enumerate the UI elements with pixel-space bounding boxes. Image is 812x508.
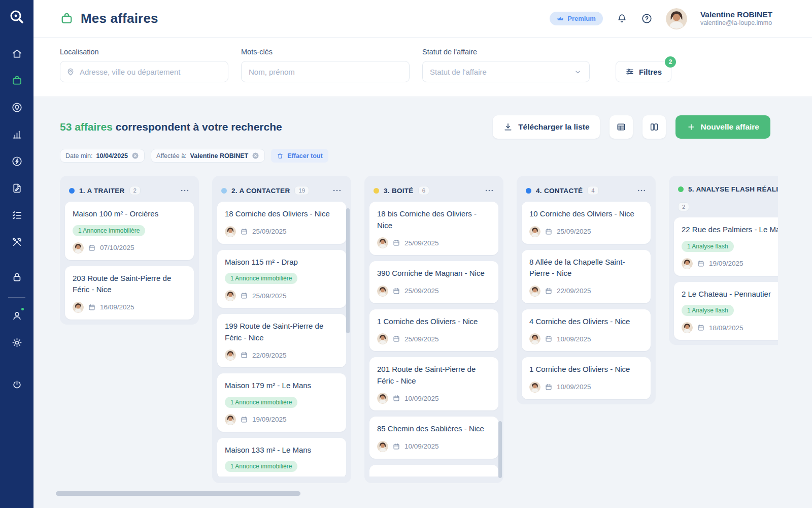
column-status-dot	[374, 188, 379, 194]
keywords-input[interactable]	[241, 61, 410, 82]
assignee-avatar	[682, 258, 693, 269]
deal-card[interactable]: Maison 100 m² - Orcières 1 Annonce immob…	[65, 202, 194, 260]
card-date: 22/09/2025	[252, 352, 287, 359]
column-menu-icon[interactable]	[332, 185, 342, 196]
card-footer: 25/09/2025	[529, 226, 643, 237]
kanban-column: 5. ANALYSE FLASH RÉALIS 2 22 Rue des Pal…	[669, 176, 778, 345]
filters-button[interactable]: Filtres	[616, 61, 671, 82]
card-footer: 25/09/2025	[377, 237, 491, 248]
deal-card[interactable]: 18 Corniche des Oliviers - Nice 25/09/20…	[217, 202, 346, 244]
deal-card[interactable]: 22 Rue des Palmiers - Le Ma 1 Analyse fl…	[674, 217, 778, 276]
calendar-icon	[240, 416, 248, 424]
column-title: 1. A TRAITER	[79, 187, 125, 195]
sidebar-item-documents[interactable]	[6, 177, 27, 199]
card-date: 19/09/2025	[709, 260, 743, 267]
download-list-button[interactable]: Télécharger la liste	[493, 115, 599, 139]
sidebar-item-tools[interactable]	[6, 231, 27, 252]
card-footer: 10/09/2025	[529, 333, 643, 344]
deal-card[interactable]: 18 bis Corniche des Oliviers - Nice 25/0…	[369, 202, 498, 255]
assignee-avatar	[529, 333, 540, 344]
clear-all-filters-button[interactable]: Effacer tout	[271, 149, 328, 163]
sidebar-item-map[interactable]	[6, 97, 27, 118]
card-footer: 19/09/2025	[682, 258, 778, 269]
card-title: 18 Corniche des Oliviers - Nice	[225, 208, 339, 220]
sidebar-item-security[interactable]	[6, 266, 27, 288]
sidebar-item-profile[interactable]	[6, 305, 27, 326]
card-date: 10/09/2025	[557, 335, 591, 343]
deal-card[interactable]: 2 Le Chateau - Pennautier 1 Analyse flas…	[674, 282, 778, 340]
localisation-input[interactable]	[60, 61, 228, 82]
deal-card[interactable]: 85 Chemin des Sablières - Nice 10/09/202…	[369, 417, 498, 459]
deal-card-partial[interactable]	[369, 465, 498, 477]
sidebar-item-activity[interactable]	[6, 150, 27, 172]
close-circle-icon[interactable]	[252, 152, 259, 160]
deal-card[interactable]: 8 Allée de la Chapelle Saint-Pierre - Ni…	[522, 250, 651, 303]
deal-card[interactable]: 390 Corniche de Magnan - Nice 25/09/2025	[369, 261, 498, 303]
help-icon[interactable]	[641, 13, 653, 24]
deal-card[interactable]: 1 Corniche des Oliviers - Nice 25/09/202…	[369, 309, 498, 352]
card-tag: 1 Annonce immobilière	[73, 225, 145, 236]
deal-card[interactable]: 203 Route de Saint-Pierre de Féric - Nic…	[65, 266, 194, 320]
deal-card[interactable]: 199 Route de Saint-Pierre de Féric - Nic…	[217, 314, 346, 367]
card-title: 10 Corniche des Oliviers - Nice	[529, 208, 643, 220]
card-footer: 22/09/2025	[225, 350, 339, 361]
close-circle-icon[interactable]	[131, 152, 139, 160]
card-date: 19/09/2025	[252, 416, 287, 423]
column-scrollbar[interactable]	[346, 208, 350, 333]
card-footer: 19/09/2025	[225, 414, 339, 425]
column-scrollbar[interactable]	[498, 421, 502, 478]
user-avatar[interactable]	[666, 8, 687, 29]
home-icon	[11, 48, 23, 59]
chip-value: Valentine ROBINET	[190, 152, 249, 160]
loupe-logo-icon[interactable]	[8, 8, 25, 25]
checklist-icon	[11, 209, 23, 221]
deal-card[interactable]: Maison 179 m² - Le Mans 1 Annonce immobi…	[217, 373, 346, 432]
calendar-icon	[392, 287, 400, 295]
column-title: 2. A CONTACTER	[231, 187, 290, 195]
sidebar-item-logout[interactable]	[6, 374, 27, 395]
column-menu-icon[interactable]	[180, 185, 190, 196]
sidebar-item-stats[interactable]	[6, 123, 27, 145]
sidebar-item-deals[interactable]	[6, 70, 27, 91]
column-count-badge: 2	[678, 202, 689, 211]
column-menu-icon[interactable]	[484, 185, 494, 196]
deal-card[interactable]: 4 Corniche des Oliviers - Nice 10/09/202…	[522, 309, 651, 352]
kanban-board: 1. A TRAITER 2 Maison 100 m² - Orcières …	[60, 176, 778, 483]
sidebar-item-settings[interactable]	[6, 332, 27, 353]
column-count-badge: 4	[587, 186, 598, 195]
column-menu-icon[interactable]	[636, 185, 647, 196]
card-title: 4 Corniche des Oliviers - Nice	[529, 316, 643, 328]
card-date: 25/09/2025	[404, 239, 439, 247]
deal-card[interactable]: Maison 133 m² - Le Mans 1 Annonce immobi…	[217, 438, 346, 477]
bell-icon[interactable]	[616, 13, 628, 24]
kanban-view-button[interactable]	[642, 115, 666, 139]
plus-icon	[687, 122, 696, 132]
column-header: 2. A CONTACTER 19	[217, 181, 346, 202]
table-view-icon	[616, 122, 626, 132]
chip-label: Affectée à:	[156, 152, 187, 160]
bar-chart-icon	[11, 129, 23, 140]
card-title: Maison 100 m² - Orcières	[73, 208, 186, 220]
calendar-icon	[697, 324, 705, 332]
deal-card[interactable]: 201 Route de Saint-Pierre de Féric - Nic…	[369, 357, 498, 410]
assignee-avatar	[377, 333, 388, 344]
card-footer: 10/09/2025	[377, 441, 491, 452]
card-footer: 18/09/2025	[682, 322, 778, 333]
new-deal-button[interactable]: Nouvelle affaire	[675, 115, 770, 139]
calendar-icon	[88, 244, 96, 252]
document-edit-icon	[11, 182, 23, 194]
deal-card[interactable]: 10 Corniche des Oliviers - Nice 25/09/20…	[522, 202, 651, 244]
sidebar-item-home[interactable]	[6, 43, 27, 64]
user-email: valentine@la-loupe.immo	[700, 19, 772, 27]
deal-card[interactable]: 1 Corniche des Oliviers - Nice 10/09/202…	[522, 357, 651, 399]
premium-badge[interactable]: Premium	[550, 12, 603, 25]
table-view-button[interactable]	[610, 115, 633, 139]
sidebar-item-tasks[interactable]	[6, 204, 27, 226]
sidebar	[0, 0, 33, 508]
briefcase-icon	[60, 12, 74, 25]
status-select[interactable]: Statut de l'affaire	[422, 61, 590, 82]
horizontal-scrollbar[interactable]	[56, 491, 300, 496]
deal-card[interactable]: Maison 115 m² - Drap 1 Annonce immobiliè…	[217, 250, 346, 308]
chip-label: Date min:	[65, 152, 93, 160]
card-date: 25/09/2025	[404, 335, 439, 343]
